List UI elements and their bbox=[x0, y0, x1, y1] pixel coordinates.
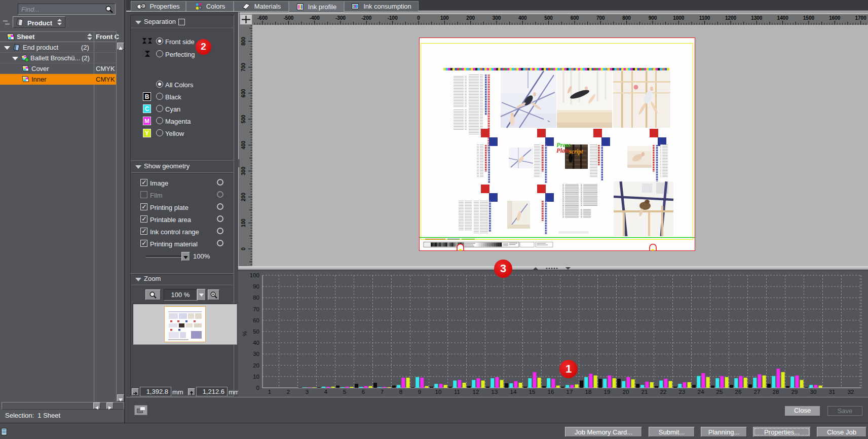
svg-text:1400: 1400 bbox=[777, 15, 788, 21]
svg-text:700: 700 bbox=[596, 15, 605, 21]
svg-text:1300: 1300 bbox=[751, 15, 763, 21]
svg-text:1: 1 bbox=[268, 389, 271, 395]
svg-text:700: 700 bbox=[241, 63, 246, 71]
svg-text:24: 24 bbox=[698, 389, 704, 395]
svg-text:100: 100 bbox=[250, 272, 259, 278]
svg-text:-100: -100 bbox=[388, 15, 398, 21]
svg-text:6: 6 bbox=[362, 389, 365, 395]
svg-text:0: 0 bbox=[256, 385, 259, 391]
svg-text:32: 32 bbox=[848, 389, 854, 395]
svg-text:7: 7 bbox=[381, 389, 384, 395]
svg-text:-400: -400 bbox=[310, 15, 320, 21]
svg-text:21: 21 bbox=[641, 389, 648, 395]
svg-text:16: 16 bbox=[548, 389, 554, 395]
svg-text:9: 9 bbox=[418, 389, 421, 395]
svg-text:70: 70 bbox=[253, 306, 259, 312]
svg-text:1200: 1200 bbox=[725, 15, 737, 21]
svg-text:90: 90 bbox=[253, 283, 259, 289]
svg-text:26: 26 bbox=[735, 389, 742, 395]
svg-text:0: 0 bbox=[241, 247, 246, 250]
svg-text:800: 800 bbox=[241, 37, 246, 46]
svg-text:14: 14 bbox=[510, 389, 517, 395]
svg-text:900: 900 bbox=[649, 15, 657, 21]
svg-text:1500: 1500 bbox=[803, 15, 815, 21]
svg-text:30: 30 bbox=[810, 389, 817, 395]
svg-text:20: 20 bbox=[253, 362, 259, 369]
svg-text:-600: -600 bbox=[257, 15, 268, 21]
svg-text:Plate: Plate bbox=[556, 147, 570, 154]
svg-text:1600: 1600 bbox=[829, 15, 841, 21]
svg-text:4: 4 bbox=[324, 389, 328, 395]
svg-text:28: 28 bbox=[773, 389, 779, 395]
svg-text:1700: 1700 bbox=[855, 15, 866, 21]
svg-text:0: 0 bbox=[417, 15, 420, 21]
svg-text:-300: -300 bbox=[335, 15, 346, 21]
svg-text:17: 17 bbox=[567, 389, 573, 395]
svg-text:15: 15 bbox=[529, 389, 536, 395]
svg-text:40: 40 bbox=[253, 340, 259, 346]
svg-text:30: 30 bbox=[253, 351, 259, 357]
svg-text:-200: -200 bbox=[361, 15, 371, 21]
svg-text:script: script bbox=[569, 148, 583, 155]
svg-text:50: 50 bbox=[253, 328, 259, 335]
svg-text:200: 200 bbox=[466, 15, 475, 21]
svg-text:12: 12 bbox=[473, 389, 479, 395]
svg-text:11: 11 bbox=[454, 389, 460, 395]
svg-text:500: 500 bbox=[544, 15, 553, 21]
svg-text:200: 200 bbox=[241, 193, 246, 201]
svg-text:%: % bbox=[242, 331, 248, 336]
svg-text:300: 300 bbox=[241, 167, 246, 175]
svg-text:8: 8 bbox=[399, 389, 402, 395]
svg-text:20: 20 bbox=[623, 389, 629, 395]
svg-text:25: 25 bbox=[716, 389, 723, 395]
svg-text:22: 22 bbox=[660, 389, 667, 395]
svg-text:13: 13 bbox=[492, 389, 498, 395]
svg-text:500: 500 bbox=[241, 115, 246, 123]
svg-text:27: 27 bbox=[754, 389, 761, 395]
svg-text:800: 800 bbox=[622, 15, 631, 21]
svg-text:400: 400 bbox=[241, 140, 246, 149]
svg-text:18: 18 bbox=[585, 389, 592, 395]
svg-text:80: 80 bbox=[253, 295, 259, 301]
svg-text:23: 23 bbox=[679, 389, 686, 395]
svg-text:29: 29 bbox=[791, 389, 798, 395]
svg-text:300: 300 bbox=[493, 15, 501, 21]
svg-text:-500: -500 bbox=[283, 15, 293, 21]
svg-text:100: 100 bbox=[241, 218, 246, 227]
svg-text:2: 2 bbox=[287, 389, 290, 395]
svg-text:3: 3 bbox=[306, 389, 309, 395]
svg-text:1100: 1100 bbox=[699, 15, 710, 21]
svg-text:600: 600 bbox=[571, 15, 579, 21]
svg-text:10: 10 bbox=[253, 374, 259, 380]
svg-text:60: 60 bbox=[253, 317, 259, 323]
svg-text:100: 100 bbox=[440, 15, 449, 21]
svg-text:19: 19 bbox=[604, 389, 611, 395]
svg-text:5: 5 bbox=[343, 389, 346, 395]
svg-text:1000: 1000 bbox=[673, 15, 685, 21]
svg-text:400: 400 bbox=[518, 15, 527, 21]
svg-text:10: 10 bbox=[435, 389, 442, 395]
svg-text:31: 31 bbox=[829, 389, 836, 395]
svg-text:600: 600 bbox=[241, 89, 246, 97]
